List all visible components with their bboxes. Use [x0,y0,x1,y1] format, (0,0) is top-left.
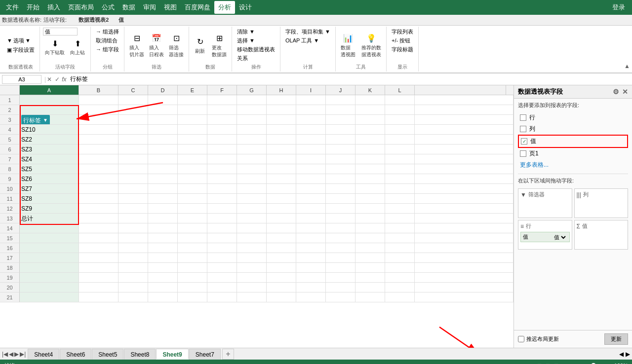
menu-item-baidu[interactable]: 百度网盘 [181,1,214,14]
drag-zone-rows[interactable]: ≡ 行 值 值 [518,220,572,250]
table-cell[interactable] [296,154,326,164]
table-cell[interactable] [326,174,356,184]
update-button[interactable]: 更新 [604,333,628,345]
table-cell[interactable] [385,135,415,145]
table-cell[interactable] [296,174,326,184]
table-cell[interactable] [385,243,415,253]
more-tables-link[interactable]: 更多表格... [518,159,628,171]
menu-item-layout[interactable]: 页面布局 [64,1,98,14]
table-cell[interactable] [79,263,118,273]
table-cell[interactable] [118,95,148,105]
table-cell[interactable] [79,292,118,302]
table-cell[interactable] [356,204,385,214]
panel-settings-icon[interactable]: ⚙ [613,88,619,96]
table-cell[interactable] [207,243,237,253]
table-cell[interactable] [118,194,148,204]
table-cell[interactable] [207,135,237,145]
table-cell[interactable] [326,115,356,125]
ribbon-btn-refresh[interactable]: ↻ 刷新 [192,35,208,56]
table-cell[interactable] [178,164,207,174]
table-cell[interactable] [148,174,178,184]
table-cell[interactable] [296,95,326,105]
col-header-J[interactable]: J [326,85,356,95]
table-cell[interactable] [148,105,178,115]
tab-first-icon[interactable]: |◀ [2,351,8,358]
field-checkbox-col[interactable] [520,126,526,132]
menu-item-design[interactable]: 设计 [235,1,256,14]
col-header-B[interactable]: B [79,85,118,95]
table-cell[interactable] [207,263,237,273]
table-cell[interactable] [356,95,385,105]
table-cell[interactable] [178,292,207,302]
confirm-formula-icon[interactable]: ✓ [55,76,60,83]
table-cell[interactable] [267,105,296,115]
table-cell[interactable] [148,95,178,105]
table-cell[interactable] [385,125,415,135]
ribbon-btn-ungroup[interactable]: 取消组合 [94,36,119,45]
table-cell[interactable] [326,145,356,154]
table-cell[interactable] [326,105,356,115]
table-cell[interactable] [207,204,237,214]
table-cell[interactable] [356,292,385,302]
table-cell[interactable] [385,184,415,194]
table-cell[interactable] [385,273,415,283]
table-cell[interactable] [385,292,415,302]
login-button[interactable]: 登录 [607,1,630,14]
table-cell[interactable] [148,273,178,283]
menu-item-view[interactable]: 视图 [160,1,181,14]
field-item-row[interactable]: 行 [518,112,628,123]
table-cell[interactable] [148,145,178,154]
table-cell[interactable] [79,154,118,164]
drag-zone-columns[interactable]: ||| 列 [574,188,629,218]
table-cell[interactable] [267,115,296,125]
table-cell[interactable] [385,253,415,263]
table-cell[interactable] [79,214,118,223]
table-cell[interactable]: 总计 [20,214,79,223]
ribbon-btn-pivot-chart[interactable]: 📊 数据透视图 [339,32,357,59]
rows-zone-item-value[interactable]: 值 值 [520,232,570,242]
table-cell[interactable] [178,145,207,154]
field-item-page1[interactable]: 页1 [518,148,628,159]
table-cell[interactable] [237,154,267,164]
table-cell[interactable] [356,233,385,243]
col-header-G[interactable]: G [237,85,267,95]
table-cell[interactable] [385,263,415,273]
table-cell[interactable] [178,253,207,263]
table-cell[interactable] [267,233,296,243]
view-normal-icon[interactable]: ⊞ [537,363,542,364]
drag-zone-values[interactable]: Σ 值 [574,220,629,250]
table-cell[interactable] [20,253,79,263]
table-cell[interactable] [178,243,207,253]
table-cell[interactable] [178,154,207,164]
ribbon-btn-slicer[interactable]: ⊟ 插入切片器 [127,32,146,59]
table-cell[interactable] [118,105,148,115]
table-cell[interactable] [178,283,207,292]
ribbon-btn-group-select[interactable]: → 组选择 [94,28,121,36]
table-cell[interactable] [118,292,148,302]
menu-item-data[interactable]: 数据 [118,1,139,14]
table-cell[interactable] [267,125,296,135]
table-cell[interactable] [296,204,326,214]
table-cell[interactable] [207,253,237,263]
table-cell[interactable] [356,115,385,125]
table-cell[interactable] [178,174,207,184]
table-cell[interactable] [356,253,385,263]
ribbon-btn-field-settings[interactable]: ▣字段设置 [5,46,37,54]
tab-prev-icon[interactable]: ◀ [9,351,13,358]
table-cell[interactable] [118,125,148,135]
table-cell[interactable] [79,115,118,125]
table-cell[interactable] [207,125,237,135]
table-cell[interactable] [20,263,79,273]
table-cell[interactable]: 行标签 ▼ [20,115,79,125]
table-cell[interactable] [79,125,118,135]
table-cell[interactable] [296,105,326,115]
table-cell[interactable] [118,214,148,223]
table-cell[interactable]: SZ4 [20,154,79,164]
table-cell[interactable] [356,194,385,204]
table-cell[interactable] [178,223,207,233]
ribbon-btn-filter-connect[interactable]: ⊡ 筛选器连接 [167,32,186,59]
active-field-input[interactable] [43,28,78,36]
table-cell[interactable] [148,263,178,273]
view-layout-icon[interactable]: ⊟ [546,363,550,364]
menu-item-insert[interactable]: 插入 [43,1,64,14]
